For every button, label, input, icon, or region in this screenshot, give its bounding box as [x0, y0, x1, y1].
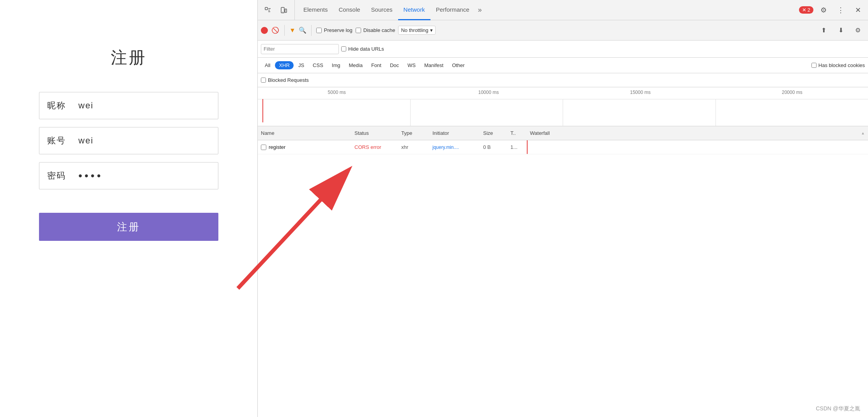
network-toolbar: 🚫 ▼ 🔍 Preserve log Disable cache No thro…	[258, 20, 868, 41]
type-btn-css[interactable]: CSS	[309, 61, 327, 69]
row-checkbox[interactable]	[261, 145, 266, 150]
timeline-bar: 5000 ms 10000 ms 15000 ms 20000 ms	[258, 87, 868, 126]
tab-network[interactable]: Network	[398, 0, 430, 20]
more-tabs-button[interactable]: »	[475, 0, 485, 20]
td-size: 0 B	[480, 144, 507, 150]
type-btn-font[interactable]: Font	[367, 61, 385, 69]
svg-rect-2	[265, 7, 267, 10]
type-btn-other[interactable]: Other	[448, 61, 469, 69]
download-icon[interactable]: ⬇	[834, 23, 848, 37]
type-btn-ws[interactable]: WS	[404, 61, 420, 69]
tab-performance[interactable]: Performance	[430, 0, 475, 20]
filter-bar: Hide data URLs	[258, 41, 868, 58]
th-waterfall[interactable]: Waterfall ▲	[527, 130, 868, 136]
disable-cache-checkbox[interactable]: Disable cache	[356, 27, 395, 33]
td-time: 1...	[507, 144, 527, 150]
network-settings-icon[interactable]: ⚙	[851, 23, 865, 37]
timeline-cursor	[262, 99, 263, 122]
preserve-log-checkbox[interactable]: Preserve log	[316, 27, 353, 33]
filter-input-wrap[interactable]	[261, 44, 339, 54]
chevron-down-icon: ▾	[430, 27, 433, 33]
sort-icon: ▲	[861, 131, 865, 135]
type-btn-img[interactable]: Img	[328, 61, 344, 69]
password-label: 密码	[47, 170, 71, 182]
filter-input[interactable]	[264, 46, 336, 52]
table-body: register CORS error xhr jquery.min.... 0…	[258, 140, 868, 417]
timeline-label-20000: 20000 ms	[716, 90, 868, 95]
toolbar-divider-1	[284, 25, 285, 36]
blocked-requests-checkbox[interactable]: Blocked Requests	[261, 77, 309, 83]
type-btn-all[interactable]: All	[261, 61, 274, 69]
inspect-icon[interactable]	[261, 3, 275, 17]
type-btn-doc[interactable]: Doc	[386, 61, 403, 69]
csdn-watermark: CSDN @华夏之胤	[816, 405, 860, 412]
search-icon[interactable]: 🔍	[299, 27, 306, 34]
devtools-icon-buttons	[261, 0, 295, 20]
hide-data-urls-checkbox[interactable]: Hide data URLs	[341, 46, 384, 52]
more-options-button[interactable]: ⋮	[834, 3, 848, 17]
type-btn-js[interactable]: JS	[294, 61, 308, 69]
type-btn-manifest[interactable]: Manifest	[420, 61, 447, 69]
th-status[interactable]: Status	[351, 130, 398, 136]
devtools-tab-bar: Elements Console Sources Network Perform…	[258, 0, 868, 20]
settings-button[interactable]: ⚙	[817, 3, 831, 17]
waterfall-indicator	[527, 140, 528, 154]
tab-elements[interactable]: Elements	[298, 0, 333, 20]
type-btn-media[interactable]: Media	[345, 61, 366, 69]
has-blocked-cookies-checkbox[interactable]: Has blocked cookies	[811, 62, 865, 68]
upload-icon[interactable]: ⬆	[817, 23, 831, 37]
type-filter-bar: All XHR JS CSS Img Media Font Doc WS Man…	[258, 58, 868, 73]
th-name[interactable]: Name	[258, 130, 351, 136]
devtools-right-icons: ✕ 2 ⚙ ⋮ ✕	[799, 0, 865, 20]
th-time[interactable]: T..	[507, 130, 527, 136]
table-row[interactable]: register CORS error xhr jquery.min.... 0…	[258, 140, 868, 154]
nickname-field[interactable]: 昵称 wei	[39, 92, 218, 119]
registration-panel: 注册 昵称 wei 账号 wei 密码 •••• 注册	[0, 0, 257, 417]
tab-console[interactable]: Console	[333, 0, 366, 20]
account-value: wei	[78, 136, 94, 146]
tab-sources[interactable]: Sources	[366, 0, 398, 20]
filter-icon[interactable]: ▼	[289, 27, 296, 34]
timeline-label-10000: 10000 ms	[413, 90, 564, 95]
nickname-value: wei	[78, 101, 94, 111]
device-toolbar-icon[interactable]	[276, 3, 291, 17]
td-type: xhr	[398, 144, 429, 150]
th-type[interactable]: Type	[398, 130, 429, 136]
nickname-label: 昵称	[47, 100, 71, 111]
td-name: register	[258, 144, 351, 150]
account-field[interactable]: 账号 wei	[39, 127, 218, 154]
page-title: 注册	[111, 47, 147, 69]
table-header: Name Status Type Initiator Size T.. Wate…	[258, 126, 868, 140]
svg-rect-4	[285, 9, 287, 12]
row-name: register	[269, 144, 285, 150]
toolbar-divider-2	[311, 25, 312, 36]
timeline-label-15000: 15000 ms	[565, 90, 716, 95]
timeline-labels: 5000 ms 10000 ms 15000 ms 20000 ms	[258, 90, 868, 95]
error-badge[interactable]: ✕ 2	[799, 6, 813, 14]
password-value: ••••	[78, 170, 103, 182]
password-field[interactable]: 密码 ••••	[39, 162, 218, 189]
clear-button[interactable]: 🚫	[271, 26, 280, 35]
td-waterfall	[527, 140, 868, 154]
type-btn-xhr[interactable]: XHR	[275, 61, 293, 69]
form-container: 昵称 wei 账号 wei 密码 •••• 注册	[39, 92, 218, 241]
th-size[interactable]: Size	[480, 130, 507, 136]
blocked-requests-bar: Blocked Requests	[258, 73, 868, 87]
td-status: CORS error	[351, 144, 398, 150]
svg-point-5	[282, 11, 283, 12]
close-devtools-button[interactable]: ✕	[851, 3, 865, 17]
type-filter-right: Has blocked cookies	[811, 62, 865, 68]
th-initiator[interactable]: Initiator	[429, 130, 480, 136]
timeline-label-5000: 5000 ms	[261, 90, 413, 95]
devtools-panel: Elements Console Sources Network Perform…	[257, 0, 868, 417]
register-button[interactable]: 注册	[39, 213, 218, 241]
throttle-select[interactable]: No throttling ▾	[398, 26, 435, 35]
record-button[interactable]	[261, 27, 268, 34]
td-initiator: jquery.min....	[429, 145, 480, 150]
account-label: 账号	[47, 135, 71, 147]
